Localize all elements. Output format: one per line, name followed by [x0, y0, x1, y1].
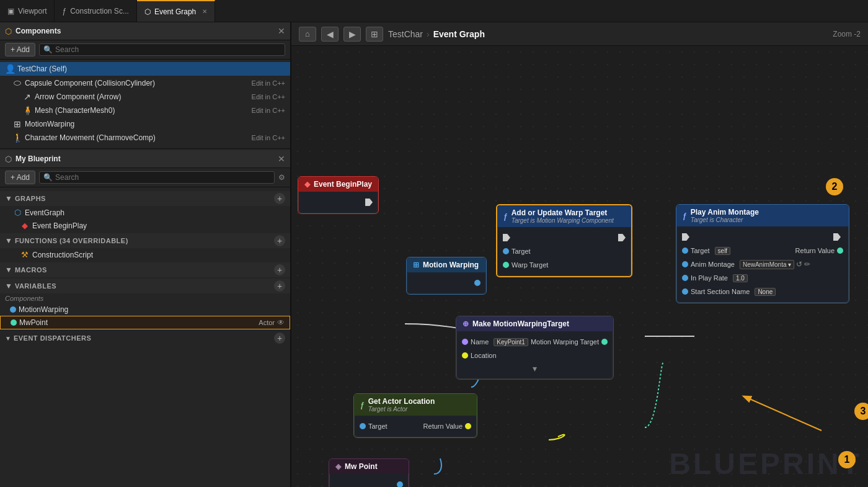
- node-event-beginplay-header: ◆ Event BeginPlay: [298, 177, 378, 192]
- event-dispatchers-label: EVENT DISPATCHERS: [14, 334, 272, 342]
- tree-item-construction[interactable]: ⚒ ConstructionScript: [0, 248, 290, 261]
- event-dispatchers-add-button[interactable]: +: [274, 333, 285, 344]
- comp-item-character-movement[interactable]: 🚶 Character Movement (CharmoveComp) Edit…: [0, 131, 290, 145]
- grid-button[interactable]: ⊞: [366, 27, 383, 42]
- node-anim-body: Target self Return Value Anim Montage Ne…: [676, 226, 849, 303]
- tab-close-button[interactable]: ✕: [202, 8, 207, 15]
- graphs-section-header[interactable]: ▼ GRAPHS +: [0, 191, 290, 206]
- components-search-bar[interactable]: 🔍: [39, 43, 285, 56]
- node-make-mwt[interactable]: ⊕ Make MotionWarpingTarget Name KeyPoint…: [456, 316, 614, 380]
- comp-item-testchar[interactable]: 👤 TestChar (Self): [0, 62, 290, 76]
- tree-item-beginplay[interactable]: ◆ Event BeginPlay: [0, 219, 290, 232]
- components-search-input[interactable]: [55, 45, 281, 54]
- warp-warp-target-pin: [503, 262, 509, 268]
- play-rate-pin: [682, 275, 688, 281]
- anim-target-pin: [682, 248, 688, 254]
- var-item-mwpoint[interactable]: MwPoint Actor 👁: [0, 316, 290, 329]
- annotation-badge-2: 2: [826, 178, 843, 195]
- pin-row-warp-warp-target: Warp Target: [500, 258, 628, 272]
- anim-exec-in-pin: [682, 233, 689, 241]
- event-dispatchers-collapse-icon: ▼: [5, 335, 11, 342]
- node-event-beginplay[interactable]: ◆ Event BeginPlay: [298, 176, 379, 214]
- functions-section-header[interactable]: ▼ FUNCTIONS (34 OVERRIDABLE) +: [0, 233, 290, 248]
- node-get-actor-location[interactable]: ƒ Get Actor Location Target is Actor Tar…: [353, 393, 477, 438]
- anim-montage-reset-icon[interactable]: ↺: [796, 260, 802, 269]
- pin-row-play-rate: In Play Rate 1.0: [680, 271, 846, 285]
- components-add-button[interactable]: + Add: [5, 43, 35, 56]
- node-make-header: ⊕ Make MotionWarpingTarget: [456, 316, 613, 331]
- pin-row-exec-out: [301, 195, 375, 209]
- my-blueprint-search-input[interactable]: [55, 173, 270, 182]
- arrow-icon: ↗: [22, 92, 32, 102]
- tree-item-eventgraph[interactable]: ⬡ EventGraph: [0, 206, 290, 219]
- my-blueprint-title: My Blueprint: [16, 154, 274, 163]
- anim-montage-edit-icon[interactable]: ✏: [804, 260, 810, 269]
- anim-func-icon: ƒ: [683, 212, 687, 220]
- variables-add-button[interactable]: +: [274, 280, 285, 292]
- graph-canvas[interactable]: ◆ Event BeginPlay ⊞ Motion Warping: [291, 46, 868, 487]
- node-mw-point[interactable]: ◈ Mw Point: [329, 458, 409, 487]
- comp-item-motionwarping[interactable]: ⊞ MotionWarping: [0, 117, 290, 131]
- pin-row-make-name: Name KeyPoint1 Motion Warping Target: [459, 335, 610, 349]
- graphs-section: ▼ GRAPHS + ⬡ EventGraph ◆ Event BeginPla…: [0, 191, 290, 232]
- graph-area: ⌂ ◀ ▶ ⊞ TestChar › Event Graph Zoom -2: [291, 22, 868, 487]
- comp-item-mesh[interactable]: 🧍 Mesh (CharacterMesh0) Edit in C++: [0, 104, 290, 117]
- var-dot-motionwarping: [10, 306, 16, 313]
- pin-row-warp-exec: [500, 231, 628, 244]
- person-icon: 👤: [5, 64, 15, 74]
- node-mwpoint-body: [329, 474, 409, 487]
- viewport-icon: ▣: [7, 7, 14, 16]
- blueprint-icon: ⬡: [5, 154, 12, 164]
- warp-exec-in-pin: [503, 234, 510, 241]
- anim-exec-out-pin: [833, 233, 841, 241]
- pin-row-getloc-target: Target Return Value: [357, 419, 474, 433]
- variables-section-header[interactable]: ▼ VARIABLES +: [0, 279, 290, 293]
- tab-event-graph[interactable]: ⬡ Event Graph ✕: [137, 0, 215, 22]
- tab-viewport[interactable]: ▣ Viewport: [0, 0, 55, 22]
- my-blueprint-add-button[interactable]: + Add: [5, 171, 35, 184]
- movement-icon: 🚶: [12, 133, 22, 143]
- forward-button[interactable]: ▶: [343, 27, 361, 42]
- my-blueprint-section: ⬡ My Blueprint ✕ + Add 🔍 ⚙ ▼: [0, 150, 290, 487]
- node-motion-warping-ref[interactable]: ⊞ Motion Warping: [406, 257, 487, 295]
- node-anim-header: ƒ Play Anim Montage Target is Character: [676, 205, 849, 226]
- home-button[interactable]: ⌂: [299, 27, 316, 42]
- event-graph-node-icon: ⬡: [12, 208, 22, 217]
- node-getloc-header: ƒ Get Actor Location Target is Actor: [354, 394, 477, 416]
- event-red-diamond: ◆: [304, 180, 310, 189]
- var-visibility-icon[interactable]: 👁: [277, 318, 285, 327]
- graphs-add-button[interactable]: +: [274, 193, 285, 204]
- tab-construction[interactable]: ƒ Construction Sc...: [55, 0, 136, 22]
- my-blueprint-search-bar[interactable]: 🔍: [39, 171, 275, 184]
- var-item-motionwarping[interactable]: MotionWarping: [0, 303, 290, 316]
- node-add-update-warp[interactable]: ƒ Add or Update Warp Target Target is Mo…: [496, 204, 632, 277]
- pin-row-anim-target: Target self Return Value: [680, 244, 846, 257]
- make-expand-button[interactable]: ▾: [459, 362, 610, 375]
- components-section: ⬡ Components ✕ + Add 🔍 👤 TestChar (Self): [0, 22, 290, 147]
- back-button[interactable]: ◀: [321, 27, 339, 42]
- make-icon: ⊕: [463, 319, 469, 328]
- node-play-anim-montage[interactable]: ƒ Play Anim Montage Target is Character: [676, 204, 849, 303]
- make-location-pin: [462, 352, 468, 359]
- make-name-pin: [462, 339, 468, 345]
- pin-row-mw-out: [410, 276, 483, 290]
- macros-add-button[interactable]: +: [274, 264, 285, 275]
- warp-func-icon: ƒ: [503, 212, 508, 221]
- functions-add-button[interactable]: +: [274, 235, 285, 246]
- my-blueprint-close-button[interactable]: ✕: [278, 154, 285, 164]
- components-close-button[interactable]: ✕: [278, 26, 285, 36]
- breadcrumb-current: Event Graph: [433, 29, 485, 39]
- blueprint-watermark: BLUEPRINT: [669, 447, 862, 481]
- macros-section-header[interactable]: ▼ MACROS +: [0, 262, 290, 277]
- mwpoint-icon: ◈: [335, 462, 341, 471]
- comp-item-arrow[interactable]: ↗ Arrow Component (Arrow) Edit in C++: [0, 90, 290, 104]
- breadcrumb-root[interactable]: TestChar: [388, 29, 423, 39]
- pin-row-make-location: Location: [459, 349, 610, 362]
- comp-item-capsule[interactable]: ⬭ Capsule Component (CollisionCylinder) …: [0, 76, 290, 90]
- settings-gear-icon[interactable]: ⚙: [278, 173, 285, 182]
- getloc-func-icon: ƒ: [360, 401, 365, 409]
- svg-line-0: [744, 396, 822, 431]
- getloc-return-pin: [465, 423, 471, 429]
- anim-montage-dropdown[interactable]: NewAnimMonta ▾: [740, 260, 794, 269]
- anim-return-pin: [837, 248, 843, 254]
